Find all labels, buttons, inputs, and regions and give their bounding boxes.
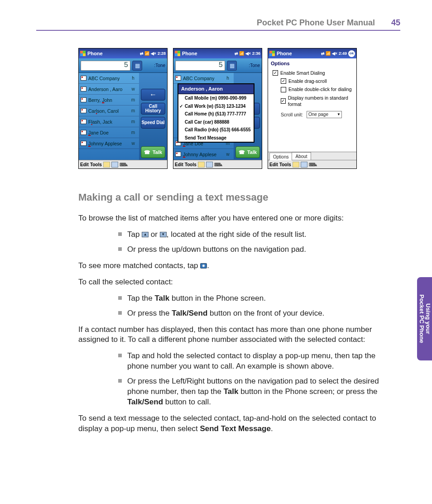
down-arrow-icon: ▼ [160, 232, 167, 237]
tools-menu[interactable]: Tools [90, 162, 102, 168]
checkbox-row[interactable]: Display numbers in standard format [281, 95, 354, 107]
contact-icon [81, 130, 86, 135]
menu-item[interactable]: Call Radio (rdo) (513) 666-6555 [178, 126, 254, 134]
scroll-unit-select[interactable]: One page [307, 111, 342, 118]
keypad-toggle-icon[interactable]: ▦ [227, 61, 237, 71]
backspace-button[interactable]: ← [141, 89, 165, 101]
context-menu-title: Anderson , Aaron [178, 84, 254, 94]
contact-icon [175, 152, 181, 157]
contact-icon [81, 108, 86, 113]
screenshot-row: Phone ⇄ 📶 ◀× 2:28 5 ▦ :Tone ABC Companyh… [78, 48, 432, 169]
checkbox-row[interactable]: Enable double-click for dialing [281, 86, 354, 92]
bullet-list: Tap ▲ or ▼, located at the right side of… [118, 230, 397, 255]
titlebar: Phone ⇄ 📶 ◀× 2:36 [173, 48, 262, 58]
bullet-item: Or press the Left/Right buttons on the n… [118, 376, 397, 408]
tools-menu[interactable]: Tools [279, 162, 291, 168]
device-screenshot-3: Phone ⇄ 📶 ◀× 2:49 ok Options Enable Smar… [268, 48, 357, 169]
folder-icon[interactable] [198, 162, 205, 168]
dial-display: 5 [81, 61, 130, 71]
checkbox-icon[interactable] [281, 87, 286, 92]
menu-item[interactable]: Call Car (car) 888888 [178, 118, 254, 126]
tone-label: :Tone [154, 62, 165, 69]
contact-icon [81, 119, 86, 124]
tab-options[interactable]: Options [269, 153, 292, 161]
options-title: Options [271, 60, 354, 67]
keyboard-icon[interactable]: ⌨▴ [309, 162, 317, 168]
dial-bar: 5 ▦ :Tone [173, 58, 262, 73]
page-header: Pocket PC Phone User Manual 45 [0, 0, 432, 30]
edit-menu[interactable]: Edit [175, 162, 183, 168]
status-icons: ⇄ 📶 ◀× 2:36 [235, 51, 260, 56]
call-history-button[interactable]: Call History [141, 103, 165, 115]
tab-strip: Options About [268, 152, 356, 160]
bullet-item: Tap the Talk button in the Phone screen. [118, 293, 397, 304]
bullet-item: Or press the up/down buttons on the navi… [118, 245, 397, 255]
bullet-list: Tap the Talk button in the Phone screen.… [118, 293, 397, 319]
checkbox-row[interactable]: Enable drag-scroll [281, 78, 354, 84]
paragraph: To call the selected contact: [78, 277, 397, 288]
device-footer: Edit Tools ⌨▴ [79, 160, 167, 168]
folder-icon[interactable] [293, 162, 299, 168]
edit-menu[interactable]: Edit [269, 162, 278, 168]
app-title: Phone [87, 50, 103, 57]
status-icons: ⇄ 📶 ◀× 2:49 ok [321, 50, 355, 57]
checkbox-icon[interactable] [273, 70, 278, 76]
notes-icon[interactable] [301, 162, 307, 168]
notes-icon[interactable] [111, 162, 118, 168]
paragraph: If a contact number has displayed, then … [78, 325, 397, 346]
titlebar: Phone ⇄ 📶 ◀× 2:49 ok [268, 48, 356, 58]
header-rule [36, 30, 400, 31]
expand-icon: ◉ [200, 263, 207, 269]
tab-about[interactable]: About [292, 152, 311, 160]
keyboard-icon[interactable]: ⌨▴ [214, 162, 222, 168]
titlebar: Phone ⇄ 📶 ◀× 2:28 [79, 48, 167, 58]
keypad-toggle-icon[interactable]: ▦ [132, 61, 142, 71]
speed-dial-button[interactable]: Speed Dial [141, 117, 165, 129]
app-title: Phone [277, 50, 292, 57]
list-item: Carlson, Carolm [79, 106, 139, 116]
menu-item[interactable]: Call Home (h) (513) 777-7777 [178, 110, 254, 118]
bullet-item: Or press the Talk/Send button on the fro… [118, 308, 397, 319]
menu-item[interactable]: Call Work (w) (513) 123-1234 [178, 102, 254, 110]
edit-menu[interactable]: Edit [80, 162, 89, 168]
tools-menu[interactable]: Tools [185, 162, 197, 168]
folder-icon[interactable] [103, 162, 110, 168]
list-item: Flash, Jackm [79, 116, 139, 127]
contact-list[interactable]: ABC Companyh Anderson , Aarow Berry, Joh… [79, 73, 139, 160]
paragraph: To send a text message to the selected c… [78, 413, 397, 434]
dial-display: 5 [175, 61, 225, 71]
options-pane: Options Enable Smart Dialing Enable drag… [268, 58, 356, 152]
context-menu[interactable]: Anderson , Aaron Call Mobile (m) 0990-09… [178, 84, 254, 142]
bullet-item: Tap and hold the selected contact to dis… [118, 351, 397, 372]
contact-icon [81, 97, 86, 102]
checkbox-row[interactable]: Enable Smart Dialing [273, 70, 354, 76]
list-item: ABC Companyh [173, 73, 234, 84]
device-screenshot-2: Phone ⇄ 📶 ◀× 2:36 5 ▦ :Tone ABC Companyh… [173, 48, 262, 169]
list-item: Jane Doem [79, 127, 139, 138]
start-icon [269, 51, 275, 57]
dial-bar: 5 ▦ :Tone [79, 58, 167, 73]
list-item: Johnny Applesew [173, 149, 234, 160]
keyboard-icon[interactable]: ⌨▴ [120, 162, 127, 168]
scroll-unit-label: Scroll unit: [281, 111, 303, 118]
scroll-unit-row: Scroll unit: One page [281, 111, 354, 118]
start-icon [80, 51, 86, 57]
talk-button[interactable]: Talk [235, 146, 260, 158]
talk-button[interactable]: Talk [141, 146, 165, 158]
notes-icon[interactable] [206, 162, 213, 168]
bullet-list: Tap and hold the selected contact to dis… [118, 351, 397, 408]
section-heading: Making a call or sending a text message [78, 191, 397, 204]
ok-button[interactable]: ok [348, 50, 355, 57]
menu-item[interactable]: Call Mobile (m) 0990-090-999 [178, 94, 254, 102]
contact-icon [81, 141, 86, 146]
bullet-item: Tap ▲ or ▼, located at the right side of… [118, 230, 397, 240]
contact-icon [81, 86, 86, 91]
start-icon [175, 51, 181, 57]
checkbox-icon[interactable] [281, 98, 286, 104]
device-footer: Edit Tools ⌨▴ [173, 160, 262, 168]
contact-icon [175, 76, 181, 81]
checkbox-icon[interactable] [281, 78, 286, 84]
up-arrow-icon: ▲ [142, 232, 149, 237]
body-content: Making a call or sending a text message … [78, 191, 397, 434]
menu-item[interactable]: Send Text Message [178, 134, 254, 142]
